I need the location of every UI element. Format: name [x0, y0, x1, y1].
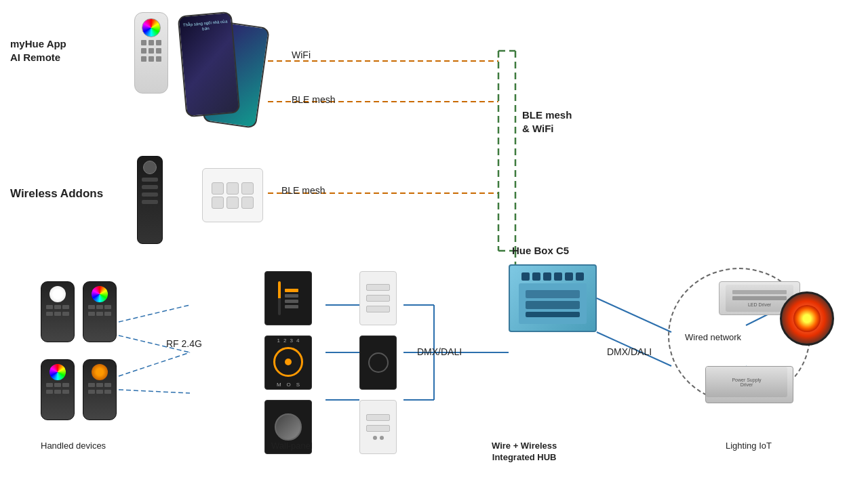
handled-devices-bottom-row	[41, 359, 117, 420]
rb-btn2	[142, 185, 158, 189]
connections-svg	[0, 0, 868, 488]
diagram-container: myHue App AI Remote Thắp sáng ngôi nhà c	[0, 0, 868, 488]
ws-btn5	[226, 197, 239, 209]
wall-panel-2: 1234 M O S	[264, 336, 312, 390]
svg-line-10	[119, 390, 190, 393]
hd-circle-3	[50, 364, 66, 380]
ws-btn3	[241, 182, 254, 195]
dmx-dali-left-label: DMX/DALI	[417, 346, 462, 358]
rgb-button	[142, 18, 161, 37]
hue-box-label: Hue Box C5	[512, 244, 569, 258]
white-panel-1	[359, 271, 397, 325]
ws-btn1	[212, 182, 224, 195]
hue-box-body	[519, 283, 587, 324]
ws-btn6	[241, 197, 254, 209]
rb-btn4	[142, 200, 158, 204]
hue-box-device	[509, 264, 597, 332]
rb-btn3	[142, 192, 158, 197]
ble-mesh-wireless-label: BLE mesh	[281, 184, 326, 197]
rb-circle	[143, 161, 157, 174]
dmx-dali-right-label: DMX/DALI	[607, 346, 652, 358]
handled-remote-1	[41, 281, 75, 342]
wire-wireless-label: Wire + WirelessIntegrated HUB	[492, 441, 557, 464]
hd-circle-2	[92, 286, 108, 302]
wp-knob	[275, 413, 302, 441]
svg-line-7	[119, 305, 190, 322]
wall-panels-group: 1234 M O S	[264, 271, 312, 454]
svg-line-9	[119, 352, 190, 376]
terminal-row	[521, 272, 584, 281]
phone-group: Thắp sáng ngôi nhà của bạn	[182, 10, 263, 125]
handled-devices-top-row	[41, 281, 117, 342]
handled-devices-label: Handled devices	[41, 441, 106, 452]
rf-label: RF 2.4G	[166, 338, 202, 350]
wall-panel-1	[264, 271, 312, 325]
wireless-wall-switch	[202, 168, 263, 222]
wifi-label: WiFi	[292, 49, 311, 61]
handled-remote-4	[83, 359, 117, 420]
wall-panel-label: Wall-panel	[271, 441, 313, 452]
remote-top-device	[134, 12, 168, 94]
handled-remote-2	[83, 281, 117, 342]
wired-network-label: Wired network	[685, 332, 741, 344]
black-remote	[137, 156, 163, 244]
phone-back-screen	[239, 25, 245, 37]
ble-mesh-wifi-label: BLE mesh& WiFi	[522, 108, 572, 135]
ble-mesh-top-label: BLE mesh	[292, 94, 336, 106]
white-panels-group	[359, 271, 397, 454]
power-supply: Power SupplyDriver	[705, 366, 793, 403]
handled-remote-3	[41, 359, 75, 420]
ws-btn2	[226, 182, 239, 195]
phone-front: Thắp sáng ngôi nhà của bạn	[178, 12, 241, 117]
wireless-addons-label: Wireless Addons	[10, 186, 103, 201]
rb-btn1	[142, 178, 158, 182]
myhue-app-label: myHue App AI Remote	[10, 37, 66, 64]
white-panel-2	[359, 336, 397, 390]
ws-btn4	[212, 197, 224, 209]
hd-circle-1	[50, 286, 66, 302]
white-panel-3	[359, 400, 397, 454]
lighting-iot-label: Lighting IoT	[726, 441, 772, 452]
par-light	[780, 291, 834, 346]
phone-screen-text: Thắp sáng ngôi nhà của bạn	[179, 13, 233, 39]
svg-line-21	[597, 298, 671, 332]
